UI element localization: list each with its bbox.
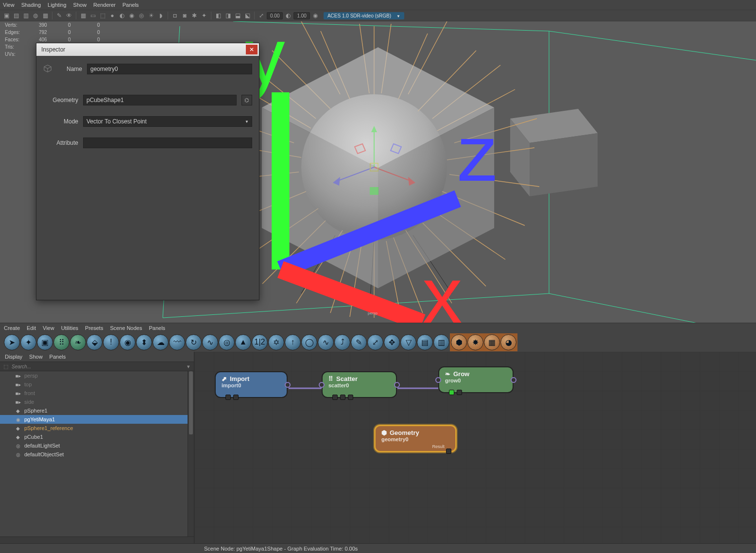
puzzle-icon[interactable]: ✦ bbox=[20, 334, 36, 350]
result-port[interactable] bbox=[446, 449, 451, 454]
pen-icon[interactable]: ✎ bbox=[351, 334, 367, 350]
ne-menu-view[interactable]: View bbox=[43, 325, 54, 331]
scatter-icon[interactable]: ⠿ bbox=[53, 334, 69, 350]
graph-icon[interactable]: ▥ bbox=[433, 334, 449, 350]
footer-port[interactable] bbox=[449, 390, 454, 395]
gamma-icon[interactable]: ◨ bbox=[223, 11, 232, 20]
search-input[interactable]: Search... bbox=[10, 364, 185, 369]
scrollbar[interactable] bbox=[188, 371, 194, 536]
footer-port[interactable] bbox=[233, 395, 239, 400]
exposure-icon[interactable]: ◧ bbox=[214, 11, 223, 20]
swirl-icon[interactable]: ◉ bbox=[120, 334, 136, 350]
refresh-icon[interactable]: ↻ bbox=[186, 334, 202, 350]
menu-renderer[interactable]: Renderer bbox=[93, 2, 116, 8]
res-icon[interactable]: ⬕ bbox=[243, 11, 252, 20]
info-icon[interactable]: ! bbox=[103, 334, 119, 350]
outliner-menu-show[interactable]: Show bbox=[29, 354, 43, 360]
target-icon[interactable]: ◎ bbox=[219, 334, 235, 350]
footer-port[interactable] bbox=[332, 395, 338, 400]
ne-menu-utilities[interactable]: Utilities bbox=[61, 325, 78, 331]
output-port[interactable] bbox=[394, 382, 400, 388]
grid-node-icon[interactable]: ▦ bbox=[484, 334, 500, 350]
select-icon[interactable]: ▣ bbox=[2, 11, 11, 20]
sine-icon[interactable]: ∿ bbox=[318, 334, 334, 350]
peak-icon[interactable]: ▲ bbox=[235, 334, 251, 350]
menu-show[interactable]: Show bbox=[73, 2, 87, 8]
cube-node-icon[interactable]: ⬢ bbox=[451, 334, 467, 350]
cloud-icon[interactable]: ☁ bbox=[153, 334, 169, 350]
ne-menu-panels[interactable]: Panels bbox=[149, 325, 165, 331]
filter-icon[interactable]: ⬚ bbox=[2, 363, 10, 370]
gate-icon[interactable]: ⬓ bbox=[233, 11, 242, 20]
outliner-item[interactable]: ◆pCube1 bbox=[0, 432, 194, 441]
colorspace-icon[interactable]: ◉ bbox=[311, 11, 320, 20]
bolt-icon[interactable]: ⬍ bbox=[136, 334, 152, 350]
footer-port[interactable] bbox=[225, 395, 231, 400]
output-port[interactable] bbox=[511, 377, 516, 383]
close-button[interactable]: ✕ bbox=[246, 45, 258, 54]
outliner-item[interactable]: ◎defaultObjectSet bbox=[0, 450, 194, 459]
outliner-item[interactable]: ◉pgYetiMaya1 bbox=[0, 415, 194, 424]
outliner-menu-panels[interactable]: Panels bbox=[50, 354, 66, 360]
eye-icon[interactable]: 👁 bbox=[65, 11, 73, 20]
colorspace-dropdown[interactable]: ACES 1.0 SDR-video (sRGB) ▼ bbox=[324, 12, 404, 19]
attribute-input[interactable] bbox=[83, 138, 252, 148]
footer-port[interactable] bbox=[348, 395, 353, 400]
exposure-field[interactable]: 0.00 bbox=[267, 12, 283, 19]
light-icon[interactable]: ☀ bbox=[147, 11, 155, 20]
bookmark-icon[interactable]: ▥ bbox=[21, 11, 30, 20]
skin-icon[interactable]: ✦ bbox=[200, 11, 208, 20]
chart-icon[interactable]: ▤ bbox=[417, 334, 433, 350]
outliner-item[interactable]: ■▸persp bbox=[0, 371, 194, 380]
move-icon[interactable]: ✥ bbox=[384, 334, 400, 350]
geometry-input[interactable] bbox=[83, 95, 237, 105]
outliner-item[interactable]: ◆pSphere1 bbox=[0, 406, 194, 415]
input-port[interactable] bbox=[435, 377, 441, 383]
scrollbar-thumb[interactable] bbox=[189, 371, 193, 434]
outliner-item[interactable]: ◆pSphere1_reference bbox=[0, 424, 194, 432]
output-port[interactable] bbox=[285, 382, 291, 388]
safe-icon[interactable]: ⬚ bbox=[98, 11, 107, 20]
inspector-titlebar[interactable]: Inspector ✕ bbox=[36, 43, 259, 56]
slash-icon[interactable]: 〰 bbox=[169, 334, 185, 350]
outliner-item[interactable]: ■▸front bbox=[0, 389, 194, 397]
render-icon[interactable]: ◍ bbox=[31, 11, 40, 20]
node-grow[interactable]: ❧Grow grow0 bbox=[438, 366, 514, 393]
outliner-item[interactable]: ◎defaultLightSet bbox=[0, 441, 194, 450]
ne-menu-edit[interactable]: Edit bbox=[27, 325, 36, 331]
geometry-picker-button[interactable]: ⌬ bbox=[241, 95, 252, 105]
horizontal-scrollbar[interactable] bbox=[0, 536, 194, 543]
arrow-icon[interactable]: ➤ bbox=[4, 334, 20, 350]
xray-icon[interactable]: ◙ bbox=[180, 11, 189, 20]
image-icon[interactable]: ▦ bbox=[41, 11, 50, 20]
contrast-icon[interactable]: ◐ bbox=[284, 11, 292, 20]
name-input[interactable] bbox=[87, 64, 252, 74]
up-icon[interactable]: ↑ bbox=[285, 334, 301, 350]
film-gate-icon[interactable]: ▭ bbox=[88, 11, 97, 20]
ne-menu-create[interactable]: Create bbox=[4, 325, 20, 331]
isolate-icon[interactable]: ◘ bbox=[171, 11, 179, 20]
shade-icon[interactable]: ◉ bbox=[127, 11, 136, 20]
palette-node-icon[interactable]: ◕ bbox=[500, 334, 516, 350]
ring-icon[interactable]: ◯ bbox=[301, 334, 317, 350]
number-icon[interactable]: 1|2 bbox=[252, 334, 268, 350]
joint-icon[interactable]: ✱ bbox=[190, 11, 199, 20]
filter-icon[interactable]: ▽ bbox=[400, 334, 416, 350]
cross-icon[interactable]: ⤢ bbox=[367, 334, 383, 350]
input-port[interactable] bbox=[319, 382, 325, 388]
outliner-menu-display[interactable]: Display bbox=[5, 354, 22, 360]
ne-menu-presets[interactable]: Presets bbox=[85, 325, 103, 331]
camera-icon[interactable]: ▤ bbox=[12, 11, 20, 20]
node-graph[interactable]: ⬈Import import0 ⠿Scatter scatter0 ❧Grow … bbox=[194, 352, 756, 543]
menu-shading[interactable]: Shading bbox=[21, 2, 41, 8]
outliner-item[interactable]: ■▸side bbox=[0, 397, 194, 406]
menu-view[interactable]: View bbox=[3, 2, 15, 8]
tex-icon[interactable]: ◎ bbox=[137, 11, 146, 20]
sign-icon[interactable]: ✡ bbox=[268, 334, 284, 350]
ne-menu-scenenodes[interactable]: Scene Nodes bbox=[110, 325, 142, 331]
leaf-icon[interactable]: ❧ bbox=[70, 334, 86, 350]
mode-dropdown[interactable]: Vector To Closest Point ▼ bbox=[83, 116, 252, 127]
wave-icon[interactable]: ∿ bbox=[202, 334, 218, 350]
curve-icon[interactable]: ⤴ bbox=[334, 334, 350, 350]
menu-panels[interactable]: Panels bbox=[122, 2, 139, 8]
